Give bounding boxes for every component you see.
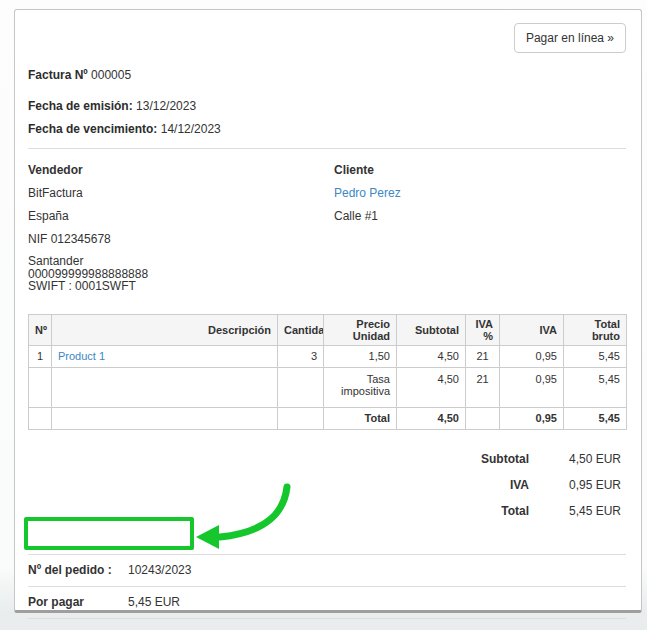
item-subtotal: 4,50 [397, 345, 466, 367]
due-date-label: Fecha de vencimiento: [28, 122, 157, 136]
item-quantity: 3 [278, 345, 324, 367]
invoice-topbar: Pagar en línea » [28, 23, 626, 63]
tax-row-vat-pct: 21 [466, 367, 500, 407]
item-description-link[interactable]: Product 1 [58, 350, 105, 362]
seller-name: BitFactura [28, 186, 334, 200]
summary-subtotal-row: Subtotal 4,50 EUR [28, 447, 626, 471]
total-row-label: Total [324, 407, 397, 429]
seller-block: Vendedor BitFactura España NIF 012345678… [28, 163, 334, 293]
total-row-vat: 0,95 [500, 407, 564, 429]
client-name-link[interactable]: Pedro Perez [334, 186, 401, 200]
col-header-vat-pct: IVA % [466, 314, 500, 345]
invoice-dates: Fecha de emisión: 13/12/2023 Fecha de ve… [28, 99, 626, 136]
invoice-number-label: Factura Nº [28, 68, 88, 82]
order-number-label: Nº del pedido : [28, 563, 128, 577]
amount-due-value: 5,45 EUR [128, 595, 180, 609]
client-block: Cliente Pedro Perez Calle #1 [334, 163, 626, 293]
items-table: Nº Descripción Cantidad Precio Unidad Su… [28, 314, 627, 430]
header-divider [28, 148, 626, 149]
table-total-row: Total 4,50 0,95 5,45 [29, 407, 627, 429]
pay-online-button[interactable]: Pagar en línea » [514, 23, 626, 53]
summary-vat-value: 0,95 EUR [529, 478, 621, 492]
footer-section: Nº del pedido : 10243/2023 Por pagar 5,4… [28, 554, 626, 619]
parties-section: Vendedor BitFactura España NIF 012345678… [28, 163, 626, 293]
invoice-card: Pagar en línea » Factura Nº 000005 Fecha… [14, 9, 642, 613]
col-header-subtotal: Subtotal [397, 314, 466, 345]
summary-total-label: Total [501, 504, 529, 518]
items-header-row: Nº Descripción Cantidad Precio Unidad Su… [29, 314, 627, 345]
col-header-vat: IVA [500, 314, 564, 345]
seller-bank-block: Santander 000099999988888888 SWIFT : 000… [28, 255, 334, 293]
amount-due-row: Por pagar 5,45 EUR [28, 586, 626, 618]
item-row: 1 Product 1 3 1,50 4,50 21 0,95 5,45 [29, 345, 627, 367]
footer-end-divider [28, 618, 626, 619]
tax-row-vat: 0,95 [500, 367, 564, 407]
invoice-number-line: Factura Nº 000005 [28, 68, 626, 82]
item-vat-pct: 21 [466, 345, 500, 367]
col-header-description: Descripción [52, 314, 278, 345]
amount-due-label: Por pagar [28, 595, 128, 609]
seller-bank-name: Santander [28, 255, 334, 268]
item-num: 1 [29, 345, 52, 367]
order-number-value: 10243/2023 [128, 563, 191, 577]
tax-row-subtotal: 4,50 [397, 367, 466, 407]
item-unit-price: 1,50 [324, 345, 397, 367]
summary-section: Subtotal 4,50 EUR IVA 0,95 EUR Total 5,4… [28, 447, 626, 523]
total-row-total: 5,45 [564, 407, 627, 429]
order-number-row: Nº del pedido : 10243/2023 [28, 554, 626, 586]
issue-date-line: Fecha de emisión: 13/12/2023 [28, 99, 626, 113]
issue-date-value: 13/12/2023 [136, 99, 196, 113]
tax-row: Tasa impositiva 4,50 21 0,95 5,45 [29, 367, 627, 407]
total-row-vat-pct [466, 407, 500, 429]
client-title: Cliente [334, 163, 626, 177]
col-header-num: Nº [29, 314, 52, 345]
tax-row-total: 5,45 [564, 367, 627, 407]
seller-tax-id: NIF 012345678 [28, 232, 334, 246]
summary-subtotal-value: 4,50 EUR [529, 452, 621, 466]
item-total: 5,45 [564, 345, 627, 367]
invoice-page: Pagar en línea » Factura Nº 000005 Fecha… [0, 0, 647, 630]
tax-row-label: Tasa impositiva [324, 367, 397, 407]
invoice-number-value: 000005 [91, 68, 131, 82]
item-vat: 0,95 [500, 345, 564, 367]
summary-subtotal-label: Subtotal [481, 452, 529, 466]
due-date-line: Fecha de vencimiento: 14/12/2023 [28, 122, 626, 136]
seller-country: España [28, 209, 334, 223]
due-date-value: 14/12/2023 [161, 122, 221, 136]
summary-total-value: 5,45 EUR [529, 504, 621, 518]
seller-swift: SWIFT : 0001SWFT [28, 280, 334, 293]
col-header-total: Total bruto [564, 314, 627, 345]
summary-vat-label: IVA [510, 478, 529, 492]
total-row-subtotal: 4,50 [397, 407, 466, 429]
summary-vat-row: IVA 0,95 EUR [28, 473, 626, 497]
issue-date-label: Fecha de emisión: [28, 99, 133, 113]
col-header-unit-price: Precio Unidad [324, 314, 397, 345]
seller-title: Vendedor [28, 163, 334, 177]
client-address: Calle #1 [334, 209, 626, 223]
col-header-quantity: Cantidad [278, 314, 324, 345]
summary-total-row: Total 5,45 EUR [28, 499, 626, 523]
